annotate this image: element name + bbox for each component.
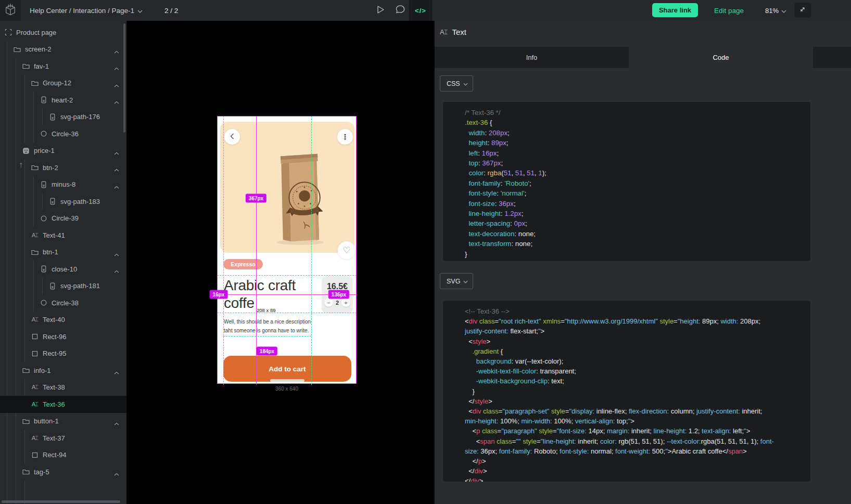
sidebar-vertical-scrollbar[interactable] — [123, 23, 125, 133]
zoom-level: 81% — [765, 7, 779, 15]
tree-item-circle-36[interactable]: Circle-36 — [0, 125, 126, 143]
tree-indent-guide — [16, 176, 16, 193]
tree-indent-guide — [16, 193, 16, 210]
comment-button[interactable] — [391, 0, 409, 21]
tree-item-label: svg-path-176 — [60, 113, 100, 121]
sidebar-horizontal-scrollbar[interactable] — [2, 500, 120, 503]
tree-indent-guide — [16, 278, 16, 295]
tree-indent-guide — [24, 328, 25, 345]
css-format-dropdown[interactable]: CSS — [440, 75, 473, 92]
code-icon: </> — [415, 7, 426, 15]
tree-item-rect-96[interactable]: Rect-96 — [0, 328, 126, 345]
product-tag: Expresso — [223, 259, 263, 269]
canvas[interactable]: ⋮ ♡ Expresso Arabic craft coffe 208 x 89… — [126, 21, 435, 504]
tab-code[interactable]: Code — [629, 47, 813, 68]
folder-icon — [22, 468, 30, 476]
increase-quantity-button[interactable]: + — [341, 298, 350, 307]
tree-indent-guide — [16, 430, 16, 447]
tree-item-label: Circle-39 — [52, 214, 79, 222]
tab-info[interactable]: Info — [435, 47, 629, 68]
chevron-up-icon[interactable] — [114, 470, 119, 477]
chevron-up-icon[interactable] — [114, 149, 119, 157]
code-line: background: var(--text-color); — [465, 356, 801, 366]
tree-indent-guide — [33, 278, 34, 295]
share-link-button[interactable]: Share link — [652, 3, 698, 17]
chevron-up-icon[interactable] — [114, 250, 119, 258]
tree-item-minus-8[interactable]: minus-8 — [0, 176, 126, 193]
tree-item-btn-1[interactable]: btn-1 — [0, 244, 126, 261]
app-logo[interactable] — [0, 0, 21, 21]
guide-vertical-right — [311, 116, 312, 385]
svg-code-block[interactable]: <!-- Text-36 --><div class="root rich-te… — [443, 301, 810, 482]
tree-indent-guide — [16, 362, 16, 379]
code-button[interactable]: </> — [409, 0, 432, 21]
tree-item-text-40[interactable]: A⌶Text-40 — [0, 312, 126, 329]
file-icon — [40, 180, 48, 188]
tree-item-group-12[interactable]: Group-12 — [0, 75, 126, 92]
tree-item-rect-95[interactable]: Rect-95 — [0, 345, 126, 363]
tree-item-text-37[interactable]: A⌶Text-37 — [0, 430, 126, 447]
code-line: height: 89px; — [465, 138, 801, 148]
chevron-up-icon[interactable] — [114, 98, 119, 106]
tree-item-circle-39[interactable]: Circle-39 — [0, 210, 126, 227]
tree-item-screen-2[interactable]: screen-2 — [0, 41, 126, 58]
tree-item-rect-94[interactable]: Rect-94 — [0, 447, 126, 464]
code-line: justify-content: flex-start;"> — [465, 326, 801, 336]
favorite-button[interactable]: ♡ — [338, 241, 355, 259]
add-to-cart-button[interactable]: Add to cart — [223, 356, 351, 382]
chevron-up-icon[interactable] — [114, 419, 119, 427]
tree-item-label: info-1 — [34, 367, 51, 374]
tree-item-svg-path-181[interactable]: svg-path-181 — [0, 278, 126, 295]
tree-item-button-1[interactable]: button-1 — [0, 413, 126, 430]
css-code-block[interactable]: /* Text-36 */.text-36 { width: 208px; he… — [443, 102, 810, 261]
chevron-down-icon — [463, 80, 468, 87]
tree-indent-guide — [7, 294, 7, 312]
tree-item-svg-path-183[interactable]: svg-path-183 — [0, 193, 126, 210]
chevron-up-icon[interactable] — [114, 267, 119, 275]
chevron-up-icon[interactable] — [114, 165, 119, 173]
tree-item-text-41[interactable]: A⌶Text-41 — [0, 227, 126, 244]
back-button[interactable] — [224, 129, 240, 145]
tree-indent-guide — [7, 278, 7, 295]
tree-indent-guide — [42, 278, 43, 295]
code-line: width: 208px; — [465, 128, 801, 138]
fullscreen-button[interactable] — [794, 3, 811, 18]
chevron-up-icon[interactable] — [114, 183, 119, 190]
tree-item-text-36[interactable]: A⌶Text-36 — [0, 396, 126, 413]
decrease-quantity-button[interactable]: − — [324, 298, 333, 307]
breadcrumb-text: Help Center / Interaction / Page-1 — [30, 7, 134, 15]
tree-item-price-1[interactable]: price-1 — [0, 143, 126, 160]
tree-item-svg-path-176[interactable]: svg-path-176 — [0, 109, 126, 126]
tree-item-fav-1[interactable]: fav-1 — [0, 58, 126, 75]
tree-indent-guide — [24, 109, 25, 126]
svg-format-dropdown[interactable]: SVG — [440, 273, 473, 289]
tree-item-circle-38[interactable]: Circle-38 — [0, 294, 126, 312]
panel-tabs: Info Code — [435, 47, 851, 68]
tree-item-info-1[interactable]: info-1 — [0, 362, 126, 379]
tree-item-product-page[interactable]: Product page — [0, 24, 126, 41]
chevron-up-icon[interactable] — [114, 81, 119, 89]
breadcrumb[interactable]: Help Center / Interaction / Page-1 — [30, 0, 143, 21]
play-button[interactable] — [372, 0, 389, 21]
tree-indent-guide — [7, 143, 7, 160]
page-indicator: 2 / 2 — [164, 0, 178, 21]
layer-tree: Product pagescreen-2fav-1Group-12heart-2… — [0, 21, 126, 504]
menu-button[interactable]: ⋮ — [337, 129, 353, 145]
edit-page-link[interactable]: Edit page — [714, 0, 744, 21]
coffee-bag-image — [265, 137, 329, 253]
chevron-up-icon[interactable] — [114, 47, 119, 55]
logo-icon — [4, 2, 17, 19]
code-line: <div class="paragraph-set" style="displa… — [465, 406, 801, 416]
tree-item-tag-5[interactable]: tag-5 — [0, 463, 126, 481]
tree-item-text-38[interactable]: A⌶Text-38 — [0, 379, 126, 396]
chevron-up-icon[interactable] — [114, 64, 119, 72]
code-line: min-height: 100%; min-width: 100%; verti… — [465, 416, 801, 426]
tree-item-close-10[interactable]: close-10 — [0, 261, 126, 278]
zoom-control[interactable]: 81% — [765, 0, 786, 21]
chevron-up-icon[interactable] — [114, 368, 119, 376]
tree-indent-guide — [24, 159, 25, 176]
tree-item-heart-2[interactable]: heart-2 — [0, 92, 126, 109]
circle-icon — [40, 130, 48, 138]
phone-frame[interactable]: ⋮ ♡ Expresso Arabic craft coffe 208 x 89… — [217, 116, 357, 384]
guide-horizontal-lower — [223, 336, 311, 337]
